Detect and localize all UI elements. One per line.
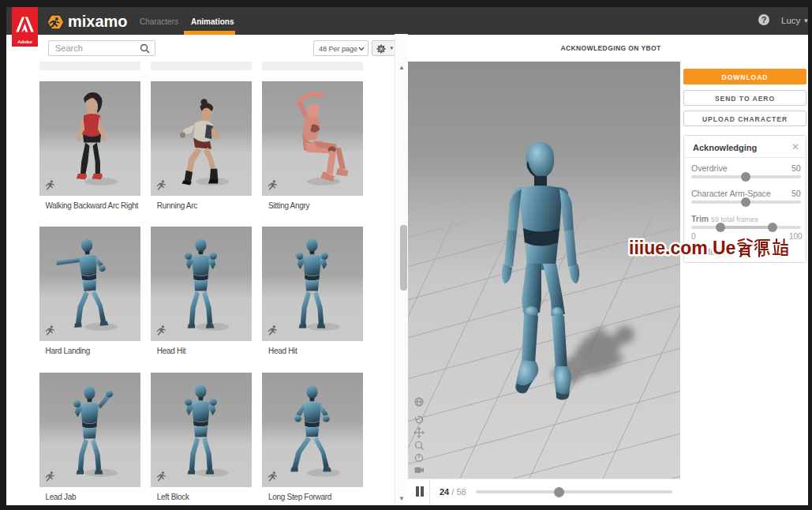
svg-text:iiiue.com: iiiue.com xyxy=(629,238,708,258)
svg-text:Adobe: Adobe xyxy=(17,39,32,44)
svg-text:Uе: Uе xyxy=(713,238,735,258)
